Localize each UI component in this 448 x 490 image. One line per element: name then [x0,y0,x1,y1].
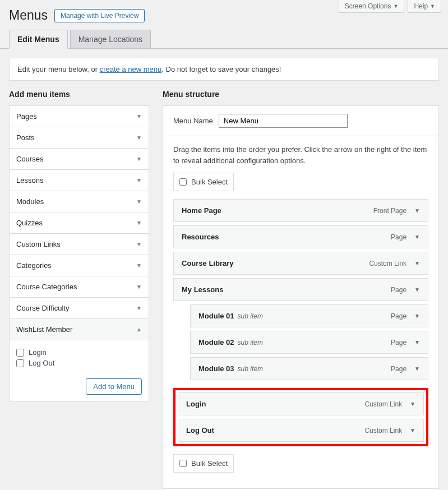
tab-edit-menus[interactable]: Edit Menus [9,30,68,49]
add-items-heading: Add menu items [9,90,149,99]
caret-down-icon: ▼ [136,177,142,183]
notice-bar: Edit your menu below, or create a new me… [9,58,439,81]
wlm-login-label: Login [29,348,47,357]
caret-down-icon: ▼ [136,262,142,269]
wlm-login-checkbox[interactable] [16,349,24,357]
caret-down-icon[interactable]: ▼ [414,313,420,319]
acc-lessons[interactable]: Lessons▼ [10,170,149,191]
acc-wishlist-member[interactable]: WishList Member▲ [10,319,149,340]
acc-quizzes[interactable]: Quizzes▼ [10,212,149,233]
caret-down-icon: ▼ [136,113,142,119]
menu-item-home-page[interactable]: Home Page Front Page▼ [173,199,428,222]
caret-down-icon: ▼ [393,3,398,9]
menu-item-logout[interactable]: Log Out Custom Link▼ [178,419,424,442]
caret-down-icon: ▼ [136,284,142,290]
caret-down-icon[interactable]: ▼ [414,207,420,214]
caret-down-icon: ▼ [136,305,142,311]
structure-heading: Menu structure [163,90,439,99]
acc-posts[interactable]: Posts▼ [10,127,149,148]
caret-down-icon[interactable]: ▼ [414,339,420,345]
menu-item-module-01[interactable]: Module 01sub item Page▼ [190,304,428,327]
wlm-logout-label: Log Out [29,359,54,367]
screen-options-button[interactable]: Screen Options▼ [339,0,405,13]
caret-down-icon: ▼ [136,156,142,162]
menu-item-module-03[interactable]: Module 03sub item Page▼ [190,357,428,380]
caret-down-icon[interactable]: ▼ [410,427,415,433]
caret-up-icon: ▲ [136,326,142,332]
menu-item-module-02[interactable]: Module 02sub item Page▼ [190,331,428,354]
acc-course-categories[interactable]: Course Categories▼ [10,276,149,297]
caret-down-icon[interactable]: ▼ [414,286,420,293]
live-preview-button[interactable]: Manage with Live Preview [54,9,145,22]
bulk-select-bottom-label: Bulk Select [191,459,228,468]
caret-down-icon: ▼ [136,198,142,205]
menu-item-course-library[interactable]: Course Library Custom Link▼ [173,252,428,275]
menu-item-my-lessons[interactable]: My Lessons Page▼ [173,278,428,301]
menu-item-login[interactable]: Login Custom Link▼ [178,392,424,415]
highlighted-items: Login Custom Link▼ Log Out Custom Link▼ [173,388,428,446]
add-items-accordion: Pages▼ Posts▼ Courses▼ Lessons▼ Modules▼… [9,105,149,402]
wlm-logout-checkbox[interactable] [16,359,24,367]
menu-items-list: Home Page Front Page▼ Resources Page▼ Co… [173,199,428,380]
caret-down-icon: ▼ [136,135,142,141]
caret-down-icon[interactable]: ▼ [414,260,420,266]
caret-down-icon[interactable]: ▼ [414,366,420,372]
caret-down-icon: ▼ [430,3,435,9]
bulk-select-top-label: Bulk Select [191,178,228,186]
acc-course-difficulty[interactable]: Course Difficulty▼ [10,298,149,318]
tab-manage-locations[interactable]: Manage Locations [70,30,151,48]
bulk-select-bottom-checkbox[interactable] [179,460,187,467]
caret-down-icon: ▼ [136,220,142,226]
caret-down-icon[interactable]: ▼ [414,234,420,240]
acc-modules[interactable]: Modules▼ [10,191,149,212]
acc-custom-links[interactable]: Custom Links▼ [10,234,149,255]
menu-name-input[interactable] [219,114,348,128]
bulk-select-top-checkbox[interactable] [179,178,187,186]
add-to-menu-button[interactable]: Add to Menu [86,378,142,395]
create-menu-link[interactable]: create a new menu [100,65,162,73]
menu-item-resources[interactable]: Resources Page▼ [173,225,428,248]
caret-down-icon: ▼ [136,241,142,247]
help-text: Drag the items into the order you prefer… [173,144,428,166]
acc-courses[interactable]: Courses▼ [10,149,149,169]
menu-name-label: Menu Name [173,117,213,125]
caret-down-icon[interactable]: ▼ [410,401,415,407]
page-title: Menus [9,8,48,23]
acc-categories[interactable]: Categories▼ [10,255,149,276]
help-button[interactable]: Help▼ [408,0,441,13]
acc-pages[interactable]: Pages▼ [10,106,149,127]
